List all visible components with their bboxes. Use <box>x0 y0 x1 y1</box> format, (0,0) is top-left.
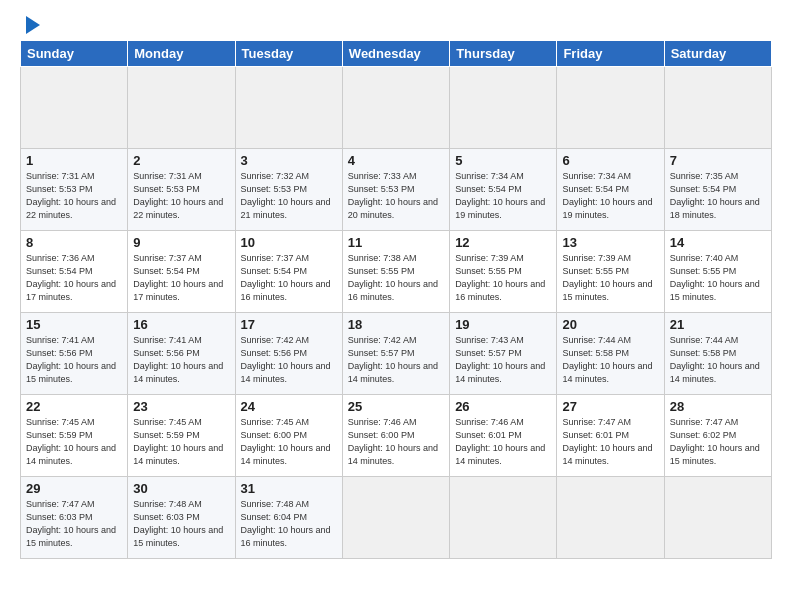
calendar-cell: 15Sunrise: 7:41 AMSunset: 5:56 PMDayligh… <box>21 313 128 395</box>
calendar-cell: 9Sunrise: 7:37 AMSunset: 5:54 PMDaylight… <box>128 231 235 313</box>
calendar-page: SundayMondayTuesdayWednesdayThursdayFrid… <box>0 0 792 612</box>
day-number: 13 <box>562 235 658 250</box>
calendar-cell <box>342 477 449 559</box>
calendar-cell: 3Sunrise: 7:32 AMSunset: 5:53 PMDaylight… <box>235 149 342 231</box>
calendar-cell: 5Sunrise: 7:34 AMSunset: 5:54 PMDaylight… <box>450 149 557 231</box>
cell-info: Sunrise: 7:40 AMSunset: 5:55 PMDaylight:… <box>670 252 766 304</box>
calendar-cell: 18Sunrise: 7:42 AMSunset: 5:57 PMDayligh… <box>342 313 449 395</box>
calendar-cell: 29Sunrise: 7:47 AMSunset: 6:03 PMDayligh… <box>21 477 128 559</box>
day-number: 16 <box>133 317 229 332</box>
day-header-saturday: Saturday <box>664 41 771 67</box>
cell-info: Sunrise: 7:45 AMSunset: 5:59 PMDaylight:… <box>26 416 122 468</box>
cell-info: Sunrise: 7:46 AMSunset: 6:01 PMDaylight:… <box>455 416 551 468</box>
day-number: 18 <box>348 317 444 332</box>
calendar-cell: 13Sunrise: 7:39 AMSunset: 5:55 PMDayligh… <box>557 231 664 313</box>
cell-info: Sunrise: 7:31 AMSunset: 5:53 PMDaylight:… <box>133 170 229 222</box>
calendar-cell: 24Sunrise: 7:45 AMSunset: 6:00 PMDayligh… <box>235 395 342 477</box>
cell-info: Sunrise: 7:37 AMSunset: 5:54 PMDaylight:… <box>241 252 337 304</box>
cell-info: Sunrise: 7:47 AMSunset: 6:01 PMDaylight:… <box>562 416 658 468</box>
calendar-cell: 2Sunrise: 7:31 AMSunset: 5:53 PMDaylight… <box>128 149 235 231</box>
day-number: 31 <box>241 481 337 496</box>
calendar-cell <box>450 477 557 559</box>
cell-info: Sunrise: 7:33 AMSunset: 5:53 PMDaylight:… <box>348 170 444 222</box>
day-header-tuesday: Tuesday <box>235 41 342 67</box>
calendar-table: SundayMondayTuesdayWednesdayThursdayFrid… <box>20 40 772 559</box>
day-number: 27 <box>562 399 658 414</box>
cell-info: Sunrise: 7:47 AMSunset: 6:02 PMDaylight:… <box>670 416 766 468</box>
calendar-cell: 26Sunrise: 7:46 AMSunset: 6:01 PMDayligh… <box>450 395 557 477</box>
calendar-cell: 7Sunrise: 7:35 AMSunset: 5:54 PMDaylight… <box>664 149 771 231</box>
day-number: 15 <box>26 317 122 332</box>
day-number: 26 <box>455 399 551 414</box>
calendar-cell: 1Sunrise: 7:31 AMSunset: 5:53 PMDaylight… <box>21 149 128 231</box>
day-number: 19 <box>455 317 551 332</box>
cell-info: Sunrise: 7:45 AMSunset: 6:00 PMDaylight:… <box>241 416 337 468</box>
calendar-cell: 30Sunrise: 7:48 AMSunset: 6:03 PMDayligh… <box>128 477 235 559</box>
calendar-week-1: 1Sunrise: 7:31 AMSunset: 5:53 PMDaylight… <box>21 149 772 231</box>
calendar-week-4: 22Sunrise: 7:45 AMSunset: 5:59 PMDayligh… <box>21 395 772 477</box>
cell-info: Sunrise: 7:43 AMSunset: 5:57 PMDaylight:… <box>455 334 551 386</box>
calendar-cell: 6Sunrise: 7:34 AMSunset: 5:54 PMDaylight… <box>557 149 664 231</box>
cell-info: Sunrise: 7:44 AMSunset: 5:58 PMDaylight:… <box>670 334 766 386</box>
cell-info: Sunrise: 7:48 AMSunset: 6:04 PMDaylight:… <box>241 498 337 550</box>
day-number: 10 <box>241 235 337 250</box>
day-number: 8 <box>26 235 122 250</box>
day-number: 7 <box>670 153 766 168</box>
cell-info: Sunrise: 7:39 AMSunset: 5:55 PMDaylight:… <box>455 252 551 304</box>
calendar-cell: 8Sunrise: 7:36 AMSunset: 5:54 PMDaylight… <box>21 231 128 313</box>
calendar-cell: 10Sunrise: 7:37 AMSunset: 5:54 PMDayligh… <box>235 231 342 313</box>
calendar-week-5: 29Sunrise: 7:47 AMSunset: 6:03 PMDayligh… <box>21 477 772 559</box>
calendar-cell: 12Sunrise: 7:39 AMSunset: 5:55 PMDayligh… <box>450 231 557 313</box>
calendar-cell: 17Sunrise: 7:42 AMSunset: 5:56 PMDayligh… <box>235 313 342 395</box>
calendar-cell: 28Sunrise: 7:47 AMSunset: 6:02 PMDayligh… <box>664 395 771 477</box>
calendar-cell: 16Sunrise: 7:41 AMSunset: 5:56 PMDayligh… <box>128 313 235 395</box>
calendar-cell <box>450 67 557 149</box>
day-number: 14 <box>670 235 766 250</box>
calendar-cell <box>128 67 235 149</box>
day-number: 30 <box>133 481 229 496</box>
cell-info: Sunrise: 7:44 AMSunset: 5:58 PMDaylight:… <box>562 334 658 386</box>
cell-info: Sunrise: 7:31 AMSunset: 5:53 PMDaylight:… <box>26 170 122 222</box>
day-number: 28 <box>670 399 766 414</box>
cell-info: Sunrise: 7:41 AMSunset: 5:56 PMDaylight:… <box>133 334 229 386</box>
day-number: 29 <box>26 481 122 496</box>
day-header-wednesday: Wednesday <box>342 41 449 67</box>
day-number: 25 <box>348 399 444 414</box>
calendar-cell: 22Sunrise: 7:45 AMSunset: 5:59 PMDayligh… <box>21 395 128 477</box>
calendar-cell <box>235 67 342 149</box>
cell-info: Sunrise: 7:46 AMSunset: 6:00 PMDaylight:… <box>348 416 444 468</box>
calendar-cell: 14Sunrise: 7:40 AMSunset: 5:55 PMDayligh… <box>664 231 771 313</box>
day-header-thursday: Thursday <box>450 41 557 67</box>
calendar-cell <box>664 67 771 149</box>
day-number: 5 <box>455 153 551 168</box>
logo-arrow-icon <box>26 16 40 34</box>
day-number: 2 <box>133 153 229 168</box>
cell-info: Sunrise: 7:34 AMSunset: 5:54 PMDaylight:… <box>562 170 658 222</box>
cell-info: Sunrise: 7:45 AMSunset: 5:59 PMDaylight:… <box>133 416 229 468</box>
calendar-cell <box>557 67 664 149</box>
calendar-week-2: 8Sunrise: 7:36 AMSunset: 5:54 PMDaylight… <box>21 231 772 313</box>
cell-info: Sunrise: 7:41 AMSunset: 5:56 PMDaylight:… <box>26 334 122 386</box>
calendar-cell: 21Sunrise: 7:44 AMSunset: 5:58 PMDayligh… <box>664 313 771 395</box>
logo <box>20 18 40 34</box>
day-header-friday: Friday <box>557 41 664 67</box>
cell-info: Sunrise: 7:48 AMSunset: 6:03 PMDaylight:… <box>133 498 229 550</box>
calendar-cell <box>342 67 449 149</box>
cell-info: Sunrise: 7:38 AMSunset: 5:55 PMDaylight:… <box>348 252 444 304</box>
calendar-cell: 31Sunrise: 7:48 AMSunset: 6:04 PMDayligh… <box>235 477 342 559</box>
cell-info: Sunrise: 7:32 AMSunset: 5:53 PMDaylight:… <box>241 170 337 222</box>
cell-info: Sunrise: 7:42 AMSunset: 5:57 PMDaylight:… <box>348 334 444 386</box>
day-number: 3 <box>241 153 337 168</box>
calendar-cell: 20Sunrise: 7:44 AMSunset: 5:58 PMDayligh… <box>557 313 664 395</box>
cell-info: Sunrise: 7:35 AMSunset: 5:54 PMDaylight:… <box>670 170 766 222</box>
day-header-monday: Monday <box>128 41 235 67</box>
day-number: 23 <box>133 399 229 414</box>
day-number: 9 <box>133 235 229 250</box>
cell-info: Sunrise: 7:37 AMSunset: 5:54 PMDaylight:… <box>133 252 229 304</box>
calendar-cell <box>664 477 771 559</box>
calendar-cell <box>557 477 664 559</box>
calendar-cell: 19Sunrise: 7:43 AMSunset: 5:57 PMDayligh… <box>450 313 557 395</box>
day-header-sunday: Sunday <box>21 41 128 67</box>
calendar-week-0 <box>21 67 772 149</box>
calendar-week-3: 15Sunrise: 7:41 AMSunset: 5:56 PMDayligh… <box>21 313 772 395</box>
